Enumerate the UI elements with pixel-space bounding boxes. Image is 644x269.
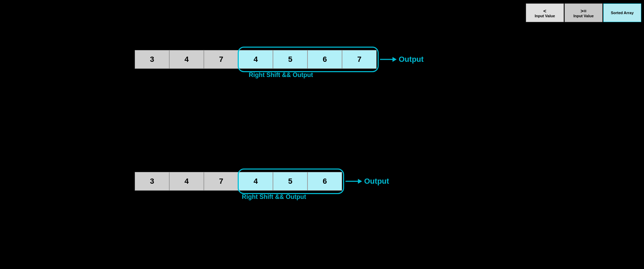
legend-sorted-text: Sorted Array [611,11,634,15]
top-output-arrow: Output [380,55,424,64]
bottom-output-arrow: Output [345,176,389,186]
bottom-cell-cyan-1: 5 [273,172,307,191]
top-cell-cyan-1: 5 [273,50,307,69]
svg-marker-3 [358,179,362,184]
bottom-cell-0: 3 [135,172,169,191]
legend: < Input Value >= Input Value Sorted Arra… [526,3,641,22]
legend-gte: >= Input Value [565,3,603,22]
bottom-bracket-label-container: Right Shift && Output [135,191,377,204]
legend-gte-symbol: >= [580,8,587,14]
bottom-array-row: 3 4 7 4 5 6 Output [135,172,389,191]
top-cell-2: 7 [204,50,238,69]
bottom-cell-cyan-0: 4 [238,172,273,191]
bottom-array-section: 3 4 7 4 5 6 Output Right Shift && Output [135,172,389,204]
top-bracket-label-container: Right Shift && Output [135,69,377,83]
bottom-output-label: Output [364,177,389,186]
top-cell-cyan-0: 4 [238,50,273,69]
top-array-section: 3 4 7 4 5 6 7 Output Right Shift && Outp… [135,50,424,83]
bottom-bracket-label: Right Shift && Output [242,193,306,201]
bottom-cell-cyan-2: 6 [307,172,342,191]
legend-less-symbol: < [543,8,547,14]
top-output-label: Output [399,55,424,64]
legend-less: < Input Value [526,3,564,22]
legend-gte-text: Input Value [574,14,594,18]
bottom-cell-1: 4 [169,172,204,191]
top-array-row: 3 4 7 4 5 6 7 Output [135,50,424,69]
top-cell-cyan-2: 6 [307,50,342,69]
top-cell-1: 4 [169,50,204,69]
legend-sorted: Sorted Array [603,3,641,22]
svg-marker-1 [392,57,397,62]
top-cell-cyan-3: 7 [342,50,377,69]
legend-less-text: Input Value [535,14,555,18]
top-bracket-label: Right Shift && Output [249,71,313,79]
bottom-cell-2: 7 [204,172,238,191]
top-cell-0: 3 [135,50,169,69]
